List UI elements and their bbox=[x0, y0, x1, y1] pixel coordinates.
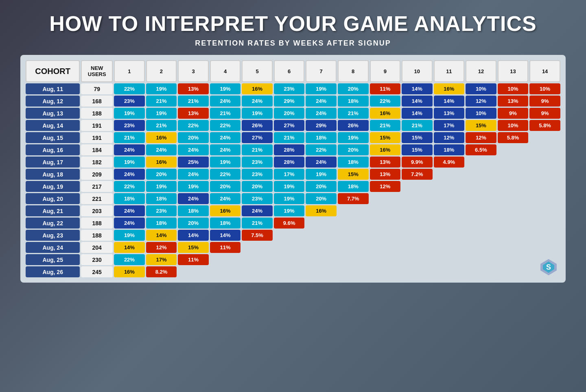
retention-cell: 10% bbox=[466, 108, 496, 119]
cohort-cell: Aug, 17 bbox=[26, 157, 80, 168]
retention-cell bbox=[529, 218, 560, 229]
retention-cell: 22% bbox=[306, 144, 337, 155]
retention-cell: 24% bbox=[114, 218, 145, 229]
retention-cell: 24% bbox=[114, 144, 145, 155]
retention-cell: 16% bbox=[114, 266, 145, 277]
retention-cell bbox=[242, 254, 273, 265]
table-row: Aug, 117922%19%13%19%16%23%19%20%11%14%1… bbox=[26, 83, 560, 94]
retention-cell: 13% bbox=[178, 83, 209, 94]
retention-cell bbox=[402, 205, 433, 216]
retention-cell bbox=[338, 254, 369, 265]
retention-cell bbox=[466, 266, 496, 277]
table-row: Aug, 2624516%8.2% bbox=[26, 266, 560, 277]
subtitle: RETENTION RATES BY WEEKS AFTER SIGNUP bbox=[195, 39, 391, 48]
retention-cell bbox=[529, 205, 560, 216]
week-9-header: 9 bbox=[370, 60, 401, 82]
retention-cell: 19% bbox=[242, 108, 273, 119]
retention-cell: 27% bbox=[274, 120, 305, 131]
retention-cell: 24% bbox=[210, 132, 241, 143]
table-row: Aug, 1618424%24%24%24%21%28%22%20%16%15%… bbox=[26, 144, 560, 155]
users-cell: 209 bbox=[81, 169, 113, 180]
retention-cell: 24% bbox=[242, 96, 273, 107]
retention-cell bbox=[498, 205, 529, 216]
retention-cell: 24% bbox=[114, 169, 145, 180]
users-cell: 203 bbox=[81, 205, 113, 216]
cohort-cell: Aug, 11 bbox=[26, 83, 80, 94]
retention-cell bbox=[434, 254, 465, 265]
retention-cell: 15% bbox=[402, 132, 433, 143]
retention-cell: 5.8% bbox=[529, 120, 560, 131]
retention-cell: 7.7% bbox=[338, 193, 369, 204]
cohort-cell: Aug, 13 bbox=[26, 108, 80, 119]
retention-cell: 10% bbox=[466, 83, 496, 94]
retention-cell bbox=[306, 218, 337, 229]
retention-cell: 12% bbox=[146, 242, 177, 253]
cohort-cell: Aug, 20 bbox=[26, 193, 80, 204]
retention-cell: 14% bbox=[402, 96, 433, 107]
retention-cell: 19% bbox=[114, 108, 145, 119]
retention-cell: 9.9% bbox=[402, 157, 433, 168]
retention-cell: 13% bbox=[370, 169, 401, 180]
retention-cell: 24% bbox=[178, 193, 209, 204]
users-cell: 182 bbox=[81, 157, 113, 168]
retention-cell: 14% bbox=[114, 242, 145, 253]
retention-cell: 22% bbox=[370, 96, 401, 107]
retention-cell bbox=[274, 254, 305, 265]
retention-cell: 5.8% bbox=[498, 132, 529, 143]
retention-cell: 22% bbox=[114, 254, 145, 265]
retention-cell: 22% bbox=[114, 83, 145, 94]
cohort-cell: Aug, 15 bbox=[26, 132, 80, 143]
retention-cell: 20% bbox=[242, 181, 273, 192]
users-cell: 168 bbox=[81, 96, 113, 107]
users-cell: 188 bbox=[81, 230, 113, 241]
retention-cell: 16% bbox=[370, 108, 401, 119]
week-5-header: 5 bbox=[242, 60, 273, 82]
retention-cell bbox=[306, 254, 337, 265]
retention-cell: 21% bbox=[146, 120, 177, 131]
retention-cell: 25% bbox=[178, 157, 209, 168]
retention-cell bbox=[529, 193, 560, 204]
users-cell: 245 bbox=[81, 266, 113, 277]
retention-cell bbox=[498, 242, 529, 253]
retention-cell: 8.2% bbox=[146, 266, 177, 277]
retention-cell: 15% bbox=[370, 132, 401, 143]
retention-cell: 20% bbox=[146, 169, 177, 180]
retention-cell: 12% bbox=[466, 96, 496, 107]
week-11-header: 11 bbox=[434, 60, 465, 82]
retention-cell: 24% bbox=[146, 144, 177, 155]
retention-cell bbox=[434, 230, 465, 241]
retention-cell bbox=[402, 254, 433, 265]
retention-cell: 21% bbox=[338, 108, 369, 119]
users-cell: 221 bbox=[81, 193, 113, 204]
retention-cell bbox=[370, 254, 401, 265]
retention-cell: 16% bbox=[370, 144, 401, 155]
users-cell: 191 bbox=[81, 120, 113, 131]
retention-cell: 10% bbox=[498, 120, 529, 131]
retention-cell: 19% bbox=[178, 181, 209, 192]
retention-cell: 19% bbox=[274, 205, 305, 216]
cohort-cell: Aug, 22 bbox=[26, 218, 80, 229]
cohort-cell: Aug, 23 bbox=[26, 230, 80, 241]
retention-cell bbox=[402, 181, 433, 192]
week-1-header: 1 bbox=[114, 60, 145, 82]
table-row: Aug, 1718219%16%25%19%23%28%24%18%13%9.9… bbox=[26, 157, 560, 168]
retention-cell: 17% bbox=[274, 169, 305, 180]
retention-cell: 26% bbox=[242, 120, 273, 131]
retention-cell: 19% bbox=[306, 83, 337, 94]
retention-cell bbox=[370, 266, 401, 277]
retention-cell: 13% bbox=[498, 96, 529, 107]
retention-cell bbox=[529, 230, 560, 241]
retention-cell: 15% bbox=[178, 242, 209, 253]
retention-cell bbox=[466, 193, 496, 204]
retention-cell: 13% bbox=[178, 108, 209, 119]
week-3-header: 3 bbox=[178, 60, 209, 82]
retention-cell: 15% bbox=[338, 169, 369, 180]
retention-cell: 19% bbox=[210, 157, 241, 168]
cohort-cell: Aug, 25 bbox=[26, 254, 80, 265]
retention-cell: 19% bbox=[146, 181, 177, 192]
retention-cell: 21% bbox=[178, 96, 209, 107]
retention-cell: 19% bbox=[146, 108, 177, 119]
retention-cell: 22% bbox=[210, 120, 241, 131]
retention-cell: 19% bbox=[306, 169, 337, 180]
table-row: Aug, 1519121%16%20%24%27%21%18%19%15%15%… bbox=[26, 132, 560, 143]
